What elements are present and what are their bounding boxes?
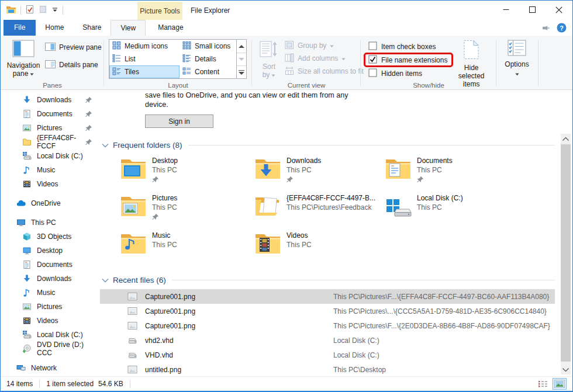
ribbon-group-options: Options: [496, 37, 539, 89]
sidebar-item-3d-objects[interactable]: 3D Objects: [1, 230, 100, 244]
sidebar-item-this-pc[interactable]: This PC: [1, 216, 100, 230]
file-name-extensions-label: File name extensions: [381, 56, 447, 64]
sidebar-item-pictures[interactable]: Pictures: [1, 121, 100, 135]
layout-option-small-icons[interactable]: Small icons: [180, 40, 236, 53]
vertical-scrollbar[interactable]: [561, 134, 571, 374]
sidebar-item-documents[interactable]: Documents: [1, 107, 100, 121]
sidebar-item-pictures[interactable]: Pictures: [1, 300, 100, 314]
tile-location: This PC: [286, 165, 321, 175]
minimize-button[interactable]: [493, 1, 519, 18]
frequent-folder-tile[interactable]: MusicThis PC: [120, 230, 254, 268]
music-icon: [22, 288, 32, 297]
sidebar-item-network[interactable]: Network: [1, 361, 100, 375]
close-button[interactable]: [546, 1, 572, 18]
recent-files-header[interactable]: Recent files (6): [102, 276, 555, 285]
tab-home[interactable]: Home: [36, 20, 73, 36]
sidebar-item-documents[interactable]: Documents: [1, 258, 100, 272]
sidebar-item-local-disk-c-[interactable]: Local Disk (C:): [1, 149, 100, 163]
layout-option-content[interactable]: Content: [180, 65, 236, 78]
frequent-folder-tile[interactable]: DesktopThis PC: [120, 155, 254, 193]
folder-music-icon: [120, 231, 147, 255]
checkbox-checked-icon[interactable]: [368, 55, 377, 65]
checkbox-unchecked-icon[interactable]: [368, 41, 377, 52]
checkbox-unchecked-icon[interactable]: [368, 68, 377, 79]
gallery-more-button[interactable]: [237, 65, 246, 78]
sidebar-item-label: Downloads: [37, 275, 71, 283]
thumbnail-view-toggle[interactable]: [553, 378, 567, 390]
navigation-sidebar[interactable]: DesktopDownloadsDocumentsPictures{EFFA4C…: [1, 90, 100, 376]
properties-check-icon[interactable]: [25, 5, 34, 16]
content-view-icon: [182, 67, 191, 77]
sidebar-item-desktop[interactable]: Desktop: [1, 244, 100, 258]
sidebar-item-local-disk-c-[interactable]: Local Disk (C:): [1, 328, 100, 342]
current-view-small-buttons: Group by Add columns Size all columns to…: [282, 39, 366, 78]
layout-option-label: Content: [195, 68, 219, 76]
gallery-up-button[interactable]: [237, 40, 246, 53]
sidebar-item-onedrive[interactable]: OneDrive: [1, 196, 100, 210]
sign-in-button[interactable]: Sign in: [145, 115, 213, 128]
frequent-folders-grid: DesktopThis PCDownloadsThis PCDocumentsT…: [120, 155, 561, 268]
sidebar-item-label: Music: [37, 166, 55, 174]
ribbon: Navigation pane Preview pane Details pan…: [1, 36, 572, 90]
tab-file[interactable]: File: [4, 20, 36, 36]
recent-file-row[interactable]: VHD.vhdLocal Disk (C:): [100, 348, 555, 362]
ribbon-group-panes: Navigation pane Preview pane Details pan…: [1, 37, 104, 89]
checkbox-item-check-boxes[interactable]: Item check boxes: [365, 40, 439, 53]
frequent-folders-header[interactable]: Frequent folders (8): [102, 141, 555, 150]
preview-pane-button[interactable]: Preview pane: [43, 41, 104, 54]
frequent-folder-tile[interactable]: {EFFA4C8F-FCCF-4497-B...This PC\Pictures…: [254, 193, 385, 230]
details-pane-button[interactable]: Details pane: [43, 58, 104, 71]
frequent-folder-tile[interactable]: PicturesThis PC: [120, 193, 254, 230]
recent-file-row[interactable]: vhd2.vhdLocal Disk (C:): [100, 333, 555, 348]
hidden-items-label: Hidden items: [381, 70, 422, 78]
dvd-drive-icon: [22, 344, 32, 353]
tab-share[interactable]: Share: [73, 20, 111, 36]
sidebar-item-label: OneDrive: [31, 199, 61, 207]
frequent-folder-tile[interactable]: DownloadsThis PC: [254, 155, 385, 193]
sidebar-item-label: {EFFA4C8F-FCCF: [37, 134, 85, 150]
ribbon-pin-icon[interactable]: [541, 25, 550, 33]
sidebar-item-videos[interactable]: Videos: [1, 314, 100, 328]
tile-location: This PC: [152, 165, 178, 175]
tile-text: Local Disk (C:)This PC: [417, 193, 463, 212]
recent-file-row[interactable]: Capture001.pngThis PC\Pictures\...\{CCC5…: [100, 304, 555, 318]
gallery-down-button[interactable]: [237, 53, 246, 65]
recent-file-path: This PC\Pictures\F...\{2E0D3DEA-8B66-4B8…: [333, 322, 550, 330]
sidebar-item-downloads[interactable]: Downloads: [1, 93, 100, 107]
options-button[interactable]: Options: [501, 39, 533, 79]
dropdown-caret-icon: [515, 70, 519, 78]
navigation-pane-button[interactable]: Navigation pane: [5, 39, 42, 79]
chevron-down-icon[interactable]: [102, 278, 109, 283]
scrollbar-thumb[interactable]: [561, 144, 571, 362]
recent-files-list: Capture001.pngThis PC\Pictures\F...\{EFF…: [100, 289, 555, 376]
sidebar-item-videos[interactable]: Videos: [1, 177, 100, 191]
status-bar: 14 items 1 item selected 54.6 KB: [1, 376, 572, 391]
scroll-up-icon[interactable]: [561, 134, 571, 144]
sidebar-item-music[interactable]: Music: [1, 286, 100, 300]
frequent-folder-tile[interactable]: VideosThis PC: [254, 230, 385, 268]
tab-view[interactable]: View: [111, 20, 146, 36]
details-view-toggle[interactable]: [536, 378, 550, 390]
recent-file-row[interactable]: Capture001.pngThis PC\Pictures\F...\{2E0…: [100, 318, 555, 333]
sidebar-item-label: Documents: [37, 110, 73, 118]
chevron-down-icon[interactable]: [102, 143, 109, 148]
sidebar-item-dvd-drive-d-ccc[interactable]: DVD Drive (D:) CCC: [1, 342, 100, 356]
recent-file-row[interactable]: Capture001.pngThis PC\Pictures\F...\{EFF…: [100, 289, 555, 304]
layout-option-tiles[interactable]: Tiles: [109, 65, 180, 78]
frequent-folder-tile[interactable]: Local Disk (C:)This PC: [385, 193, 515, 230]
checkbox-file-name-extensions[interactable]: File name extensions: [365, 54, 450, 66]
layout-option-details[interactable]: Details: [180, 53, 236, 65]
maximize-button[interactable]: [519, 1, 546, 18]
frequent-folder-tile[interactable]: DocumentsThis PC: [385, 155, 515, 193]
sidebar-item--effa4c8f-fccf[interactable]: {EFFA4C8F-FCCF: [1, 135, 100, 149]
recent-file-row[interactable]: untitled.pngThis PC\Desktop: [100, 362, 555, 376]
help-icon[interactable]: ?: [557, 23, 567, 34]
layout-option-medium-icons[interactable]: Medium icons: [109, 40, 180, 53]
sidebar-item-downloads[interactable]: Downloads: [1, 272, 100, 286]
layout-option-list[interactable]: List: [109, 53, 180, 65]
customize-toolbar-dropdown-icon[interactable]: [51, 6, 58, 15]
tab-manage[interactable]: Manage: [146, 20, 195, 36]
checkbox-hidden-items[interactable]: Hidden items: [365, 67, 425, 79]
scroll-down-icon[interactable]: [561, 365, 571, 374]
sidebar-item-music[interactable]: Music: [1, 163, 100, 177]
